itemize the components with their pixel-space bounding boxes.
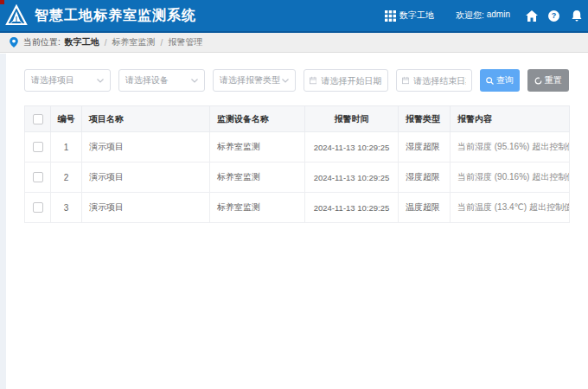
table-row: 2 演示项目 标养室监测 2024-11-13 10:29:25 湿度超限 当前… bbox=[25, 163, 570, 193]
select-all-checkbox[interactable] bbox=[33, 114, 43, 124]
row-checkbox[interactable] bbox=[33, 172, 43, 182]
col-header-type: 报警类型 bbox=[399, 106, 451, 132]
alarm-type-select-placeholder: 请选择报警类型 bbox=[220, 74, 280, 86]
cell-type: 温度超限 bbox=[399, 193, 451, 223]
query-button[interactable]: 查询 bbox=[480, 69, 520, 92]
device-select-placeholder: 请选择设备 bbox=[125, 74, 169, 86]
col-header-no: 编号 bbox=[51, 106, 82, 132]
col-header-content: 报警内容 bbox=[451, 106, 570, 132]
header-brand: 智慧工地标养室监测系统 bbox=[5, 4, 196, 27]
header-actions: 数字工地 欢迎您: admin ? bbox=[385, 10, 583, 22]
project-select-placeholder: 请选择项目 bbox=[31, 74, 74, 86]
grid-icon bbox=[385, 10, 396, 22]
app-header: 智慧工地标养室监测系统 数字工地 欢迎您: admin bbox=[0, 0, 588, 33]
reset-button[interactable]: 重置 bbox=[527, 69, 569, 92]
breadcrumb-item-module[interactable]: 标养室监测 bbox=[112, 36, 156, 48]
cell-no: 3 bbox=[51, 193, 82, 223]
device-select[interactable]: 请选择设备 bbox=[118, 69, 205, 92]
cell-time: 2024-11-13 10:29:25 bbox=[305, 132, 399, 163]
table-row: 1 演示项目 标养室监测 2024-11-13 10:29:25 湿度超限 当前… bbox=[25, 132, 570, 163]
help-icon[interactable]: ? bbox=[547, 10, 560, 22]
app-window: 智慧工地标养室监测系统 数字工地 欢迎您: admin bbox=[0, 0, 588, 389]
workspace-switcher[interactable]: 数字工地 bbox=[385, 10, 434, 22]
cell-device: 标养室监测 bbox=[210, 193, 305, 223]
start-date-input[interactable] bbox=[321, 76, 382, 86]
cell-project: 演示项目 bbox=[82, 193, 210, 223]
cell-device: 标养室监测 bbox=[210, 163, 305, 193]
corner-marker bbox=[0, 0, 4, 4]
table-header-row: 编号 项目名称 监测设备名称 报警时间 报警类型 报警内容 bbox=[25, 106, 570, 132]
filter-toolbar: 请选择项目 请选择设备 请选择报警类型 bbox=[24, 69, 588, 92]
cell-project: 演示项目 bbox=[82, 163, 210, 193]
app-logo-icon bbox=[5, 4, 28, 27]
cell-no: 2 bbox=[51, 163, 82, 193]
bell-icon[interactable] bbox=[570, 10, 583, 22]
page-title: 智慧工地标养室监测系统 bbox=[35, 7, 196, 25]
cell-time: 2024-11-13 10:29:25 bbox=[305, 163, 399, 193]
col-header-project: 项目名称 bbox=[82, 106, 210, 132]
start-date-field[interactable] bbox=[304, 69, 388, 92]
breadcrumb-label: 当前位置: bbox=[23, 36, 61, 48]
breadcrumb-item-page: 报警管理 bbox=[168, 36, 202, 48]
breadcrumb-item-root[interactable]: 数字工地 bbox=[65, 36, 99, 48]
chevron-down-icon bbox=[97, 79, 104, 83]
cell-device: 标养室监测 bbox=[210, 132, 305, 163]
search-icon bbox=[486, 77, 494, 85]
left-edge-strip bbox=[0, 54, 6, 389]
row-checkbox[interactable] bbox=[33, 142, 43, 152]
cell-type: 湿度超限 bbox=[399, 163, 451, 193]
cell-no: 1 bbox=[51, 132, 82, 163]
cell-content: 当前温度 (13.4℃) 超出控制值范围 (20... bbox=[451, 193, 570, 223]
cell-content: 当前湿度 (90.16%) 超出控制值范围 (9... bbox=[451, 163, 570, 193]
alarm-type-select[interactable]: 请选择报警类型 bbox=[213, 69, 296, 92]
col-header-device: 监测设备名称 bbox=[210, 106, 305, 132]
cell-content: 当前湿度 (95.16%) 超出控制值范围 (9... bbox=[451, 132, 570, 163]
refresh-icon bbox=[534, 77, 542, 85]
cell-type: 湿度超限 bbox=[399, 132, 451, 163]
project-select[interactable]: 请选择项目 bbox=[24, 69, 111, 92]
end-date-input[interactable] bbox=[413, 76, 466, 86]
username: admin bbox=[487, 10, 510, 22]
table-row: 3 演示项目 标养室监测 2024-11-13 10:29:25 温度超限 当前… bbox=[25, 193, 570, 223]
alarms-table: 编号 项目名称 监测设备名称 报警时间 报警类型 报警内容 1 演示项目 标养室… bbox=[24, 105, 570, 223]
location-pin-icon bbox=[9, 37, 19, 48]
row-checkbox[interactable] bbox=[33, 202, 43, 213]
chevron-down-icon bbox=[282, 79, 289, 83]
calendar-icon bbox=[310, 76, 316, 85]
home-icon[interactable] bbox=[525, 10, 538, 22]
breadcrumb: 当前位置: 数字工地 / 标养室监测 / 报警管理 bbox=[0, 33, 588, 53]
cell-time: 2024-11-13 10:29:25 bbox=[305, 193, 399, 223]
end-date-field[interactable] bbox=[396, 69, 472, 92]
workspace-label: 数字工地 bbox=[399, 10, 434, 22]
welcome-text: 欢迎您: admin bbox=[456, 10, 510, 22]
calendar-icon bbox=[402, 76, 409, 85]
chevron-down-icon bbox=[191, 79, 198, 83]
cell-project: 演示项目 bbox=[82, 132, 210, 163]
col-header-time: 报警时间 bbox=[305, 106, 399, 132]
